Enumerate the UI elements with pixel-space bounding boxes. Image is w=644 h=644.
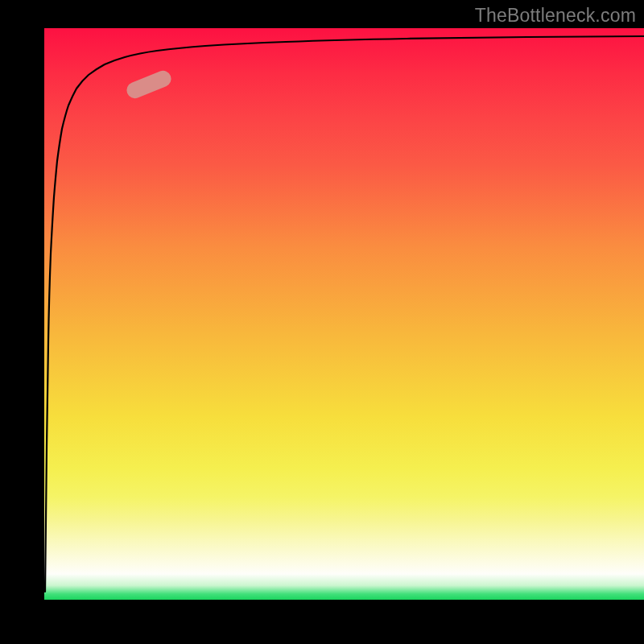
plot-area xyxy=(44,28,644,600)
bottleneck-curve xyxy=(45,36,644,592)
chart-stage: TheBottleneck.com xyxy=(0,0,644,644)
watermark-text: TheBottleneck.com xyxy=(475,5,636,27)
curve-svg xyxy=(44,28,644,600)
